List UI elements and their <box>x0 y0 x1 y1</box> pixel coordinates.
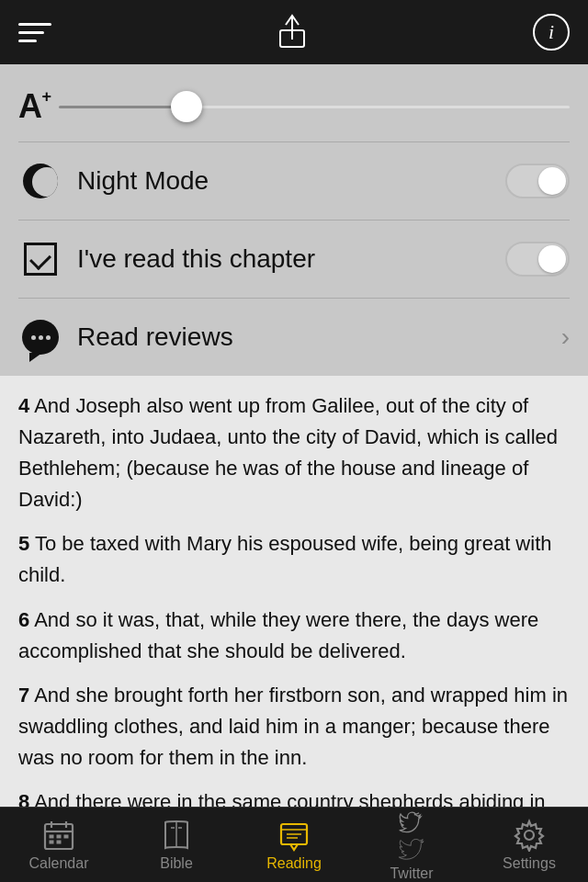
verse-6: 6 And so it was, that, while they were t… <box>18 605 570 667</box>
verse-number: 5 <box>18 532 29 555</box>
toggle-knob <box>538 167 566 195</box>
nav-label-settings: Settings <box>503 855 556 872</box>
nav-label-twitter: Twitter <box>390 865 433 882</box>
read-reviews-icon <box>18 315 62 359</box>
font-size-row: A+ <box>18 81 570 142</box>
read-reviews-row[interactable]: Read reviews › <box>18 299 570 376</box>
speech-bubble-icon <box>22 320 59 355</box>
checkbox-check <box>29 248 51 270</box>
read-reviews-label: Read reviews <box>77 322 552 352</box>
svg-rect-9 <box>50 841 53 843</box>
chevron-right-icon: › <box>561 322 570 352</box>
svg-rect-8 <box>64 835 68 838</box>
night-mode-icon <box>18 159 62 203</box>
read-chapter-row: I've read this chapter <box>18 220 570 299</box>
controls-panel: A+ Night Mode I've read this <box>0 64 588 376</box>
menu-icon[interactable] <box>18 23 51 42</box>
font-size-slider[interactable] <box>59 93 570 120</box>
slider-track <box>59 106 570 108</box>
nav-label-reading: Reading <box>266 855 322 872</box>
verse-4: 4 And Joseph also went up from Galilee, … <box>18 390 570 515</box>
font-size-icon: A+ <box>18 90 42 123</box>
bottom-nav: Calendar Bible Reading Twitte <box>0 807 588 882</box>
share-icon[interactable] <box>277 10 308 54</box>
verse-5: 5 To be taxed with Mary his espoused wif… <box>18 528 570 591</box>
checkbox-icon <box>24 243 57 276</box>
read-chapter-icon <box>18 237 62 281</box>
svg-point-18 <box>525 831 534 840</box>
menu-line-1 <box>18 23 51 26</box>
toggle-knob-2 <box>538 245 566 273</box>
verse-number: 4 <box>18 394 29 417</box>
night-mode-toggle[interactable] <box>505 164 570 198</box>
nav-item-twitter[interactable]: Twitter <box>353 808 470 882</box>
menu-line-3 <box>18 40 37 42</box>
verse-number: 6 <box>18 608 29 631</box>
nav-label-bible: Bible <box>160 855 193 872</box>
half-moon-icon <box>23 164 58 198</box>
nav-label-calendar: Calendar <box>29 855 89 872</box>
nav-item-calendar[interactable]: Calendar <box>0 808 118 882</box>
night-mode-row: Night Mode <box>18 142 570 220</box>
nav-item-reading[interactable]: Reading <box>235 808 353 882</box>
verse-number: 7 <box>18 684 29 707</box>
read-chapter-label: I've read this chapter <box>77 244 505 274</box>
slider-thumb <box>171 91 202 122</box>
svg-rect-7 <box>57 835 61 838</box>
verse-7: 7 And she brought forth her firstborn so… <box>18 680 570 774</box>
speech-dots <box>31 335 51 340</box>
read-chapter-toggle[interactable] <box>505 242 570 277</box>
menu-line-2 <box>18 31 44 34</box>
svg-rect-10 <box>57 841 61 843</box>
info-button[interactable]: i <box>533 14 570 51</box>
svg-rect-6 <box>50 835 53 838</box>
nav-item-bible[interactable]: Bible <box>118 808 235 882</box>
night-mode-label: Night Mode <box>77 166 505 196</box>
nav-item-settings[interactable]: Settings <box>470 808 588 882</box>
top-bar: i <box>0 0 588 64</box>
